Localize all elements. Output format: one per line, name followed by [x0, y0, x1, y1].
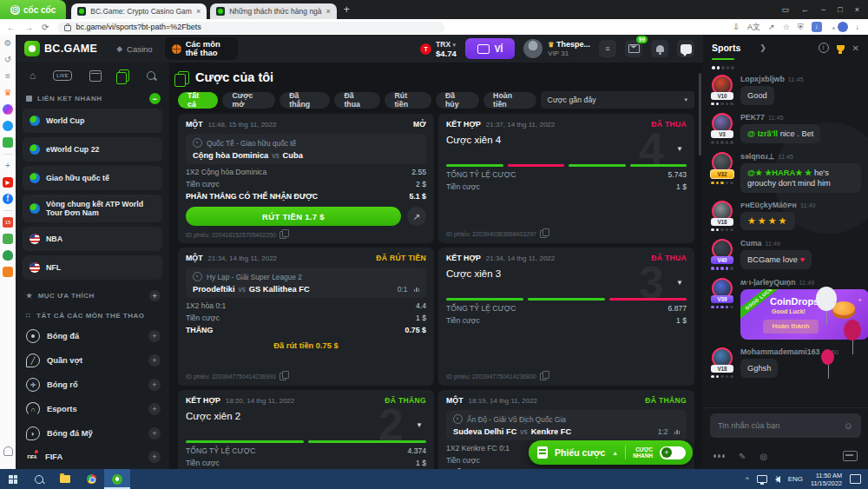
youtube-icon[interactable]: ▸: [3, 177, 13, 188]
tip-chip-icon[interactable]: ◎: [760, 452, 767, 461]
crown-icon[interactable]: ♛: [3, 88, 13, 98]
clock[interactable]: 11:50 AM11/15/2022: [811, 472, 842, 487]
nav-sports[interactable]: Các môn thể thao: [165, 37, 238, 60]
gif-keyboard-icon[interactable]: [843, 451, 858, 461]
history-icon[interactable]: ↺: [3, 55, 13, 65]
chevron-down-icon[interactable]: ▼: [676, 279, 683, 287]
browser-profile-avatar[interactable]: [838, 22, 848, 32]
inbox-icon[interactable]: 99: [625, 40, 642, 57]
expand-plus-icon[interactable]: +: [148, 403, 161, 415]
shield-icon[interactable]: ⛨: [798, 23, 804, 32]
filter-pill[interactable]: Đã hủy: [436, 92, 479, 109]
share-icon[interactable]: ↗: [768, 23, 775, 31]
browser-tab[interactable]: BC.Game: Crypto Casino Gam ×: [71, 3, 207, 19]
coccoc-menu-button[interactable]: ⓒ cốc cốc: [0, 0, 66, 19]
tab-close-icon[interactable]: ×: [196, 7, 201, 16]
game-icon[interactable]: [3, 137, 13, 148]
balance-selector[interactable]: T TRX ▾ $4.74: [420, 40, 457, 58]
language-indicator[interactable]: ENG: [788, 475, 803, 483]
rail-bell-icon[interactable]: [3, 446, 13, 456]
quick-link-item[interactable]: eWorld Cup 22: [23, 137, 162, 162]
filter-pill[interactable]: Cược mở: [222, 92, 275, 109]
sidebar-sport-item[interactable]: Bóng đá +: [16, 324, 169, 348]
gear-icon[interactable]: ⚙: [3, 38, 13, 49]
filter-pill[interactable]: Rút tiền: [385, 92, 431, 109]
wallet-button[interactable]: VÍ: [465, 38, 515, 59]
chevron-down-icon[interactable]: ▼: [416, 421, 423, 429]
search-icon[interactable]: [147, 71, 155, 80]
coindrops-claim-button[interactable]: Hoàn thành: [763, 320, 819, 334]
news-feed-icon[interactable]: ≡: [3, 71, 13, 82]
filter-pill[interactable]: Hoàn tiền: [483, 92, 536, 109]
quick-link-item[interactable]: Giao hữu quốc tế: [23, 166, 162, 190]
translate-icon[interactable]: A文: [747, 22, 760, 33]
bet-slip-button[interactable]: Phiếu cược ▲ CƯỢCNHANH: [529, 440, 693, 465]
live-icon[interactable]: LIVE: [53, 70, 71, 81]
home-icon[interactable]: ⌂: [30, 69, 36, 82]
chat-toggle-icon[interactable]: [677, 40, 694, 57]
hat-icon[interactable]: [3, 250, 13, 261]
minimize-button[interactable]: −: [821, 5, 825, 14]
expand-plus-icon[interactable]: +: [148, 427, 161, 439]
filter-pill[interactable]: Đã thắng: [279, 92, 330, 109]
expand-plus-icon[interactable]: +: [148, 330, 161, 342]
close-button[interactable]: ×: [855, 5, 859, 14]
combo-header[interactable]: Cược xiên 2 2 ▼: [186, 409, 426, 439]
chat-username[interactable]: sǝlqnoɹ⊥11:45: [740, 152, 861, 161]
chevron-down-icon[interactable]: ▼: [676, 145, 683, 153]
sort-dropdown[interactable]: Cược gần đây▾: [541, 91, 694, 109]
volume-icon[interactable]: [775, 476, 780, 483]
quick-link-item[interactable]: NBA: [23, 227, 162, 251]
chat-username[interactable]: ʍ·ı-ļarleyQuıņn11:49: [740, 278, 861, 287]
cart-icon[interactable]: [3, 267, 13, 277]
chat-rules-icon[interactable]: ✎: [739, 452, 746, 461]
expand-plus-icon[interactable]: +: [148, 354, 161, 367]
tray-expand-icon[interactable]: ^: [746, 475, 749, 483]
coindrops-card[interactable]: GOOD LUCK CoinDrops Good Luck! Hoàn thàn…: [740, 289, 868, 340]
save-to-device-icon[interactable]: ⇩: [733, 23, 740, 31]
trophy-icon[interactable]: [837, 45, 845, 51]
chat-input[interactable]: Tin nhắn của bạn ☺: [710, 413, 861, 438]
sidebar-sport-item[interactable]: FIFAFIFA +: [16, 446, 169, 468]
sidebar-sport-item[interactable]: ✛Bóng rổ +: [16, 373, 169, 397]
quick-link-item[interactable]: World Cup: [23, 109, 162, 133]
bet-card[interactable]: KẾT HỢP21:37, 14 thg 11, 2022 ĐÃ THUA Cư…: [438, 114, 694, 243]
messenger-icon[interactable]: [3, 104, 13, 115]
quick-link-item[interactable]: Vòng chung kết ATP World Tour Đơn Nam: [23, 195, 162, 222]
chat-username[interactable]: Lopxjxbljwb11:45: [740, 75, 861, 83]
copy-icon[interactable]: [279, 231, 286, 239]
back-button[interactable]: ←: [7, 23, 16, 32]
bet-card[interactable]: KẾT HỢP18:20, 14 thg 11, 2022 ĐÃ THẮNG C…: [178, 390, 434, 469]
scrollbar-thumb[interactable]: [699, 73, 701, 155]
maximize-button[interactable]: □: [838, 5, 842, 14]
copy-icon[interactable]: [540, 230, 547, 238]
file-explorer-icon[interactable]: [52, 469, 78, 489]
copy-icon[interactable]: [540, 373, 547, 380]
forward-button[interactable]: →: [24, 23, 33, 32]
action-center-icon[interactable]: [850, 474, 861, 484]
back-shortcut-icon[interactable]: ←: [801, 5, 809, 14]
taskbar-search-icon[interactable]: [26, 469, 52, 489]
downloads-icon[interactable]: ↓: [856, 23, 860, 31]
my-bets-icon[interactable]: [119, 69, 129, 82]
chat-username[interactable]: Mohammademami16311:50: [740, 347, 861, 356]
emoji-icon[interactable]: ☺: [844, 420, 853, 431]
copy-icon[interactable]: [279, 373, 286, 380]
network-icon[interactable]: [757, 475, 767, 483]
calendar-icon[interactable]: [89, 70, 102, 82]
bet-card[interactable]: KẾT HỢP21:34, 14 thg 11, 2022 ĐÃ THUA Cư…: [438, 248, 694, 386]
coin-rain-icon[interactable]: [713, 454, 725, 458]
calendar-date-icon[interactable]: 15: [3, 217, 13, 228]
cashout-button[interactable]: RÚT TIỀN 1.7 $: [186, 207, 401, 226]
browser-tab[interactable]: Những thách thức hàng ngà ×: [210, 3, 337, 19]
filter-pill[interactable]: Tất cả: [178, 92, 218, 109]
add-favorites-button[interactable]: +: [149, 290, 161, 301]
reload-button[interactable]: ⟳: [42, 23, 49, 32]
expand-plus-icon[interactable]: +: [148, 379, 161, 391]
coccoc-taskbar-icon[interactable]: [104, 469, 130, 489]
share-bet-icon[interactable]: ↗: [407, 207, 426, 226]
combo-header[interactable]: Cược xiên 3 3 ▼: [446, 267, 687, 296]
sidebar-sport-item[interactable]: ◗Bóng đá Mỹ +: [16, 421, 169, 446]
combo-header[interactable]: Cược xiên 4 4 ▼: [446, 133, 687, 162]
event-panel[interactable]: Quốc Tế - Giao hữu quốc tế Cộng hòa Domi…: [186, 134, 426, 164]
